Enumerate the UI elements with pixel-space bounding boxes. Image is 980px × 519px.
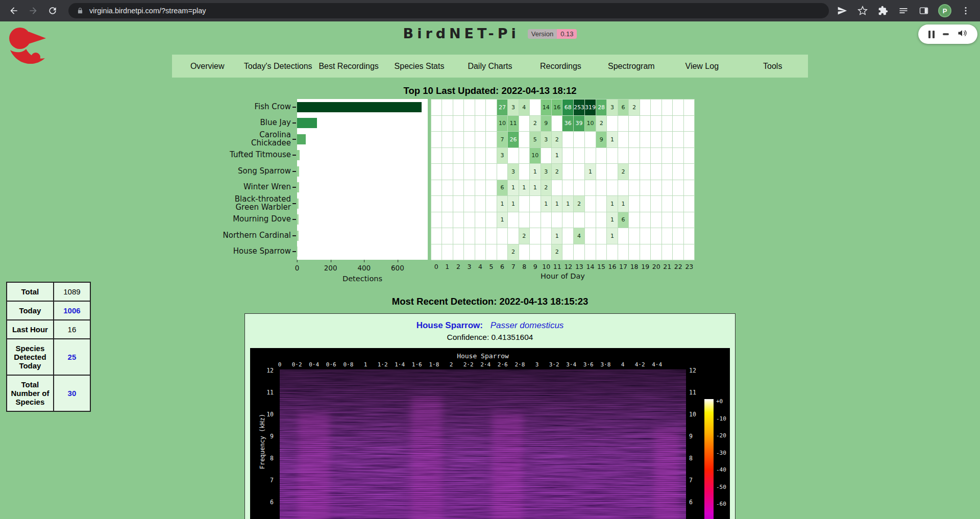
heatmap-cell [475,212,486,229]
heatmap-cell [486,244,497,261]
bar-row [297,228,428,244]
stat-value[interactable]: 25 [54,339,90,375]
toolbar-actions: P [836,4,975,17]
spec-time-tick: 4 [621,361,625,368]
category-tick [291,212,297,228]
nav-item-best-recordings[interactable]: Best Recordings [313,55,384,78]
heatmap-cell [618,148,629,164]
back-icon[interactable] [5,2,22,19]
heatmap-cell [464,228,475,244]
colorbar-tick: -50 [716,483,726,490]
nav-item-view-log[interactable]: View Log [667,55,737,78]
spec-time-tick: 0·6 [326,361,336,368]
menu-kebab-icon[interactable] [960,5,972,17]
heatmap-cell [486,212,497,229]
heatmap-cell [552,212,562,229]
colorbar-tick: -40 [716,466,726,473]
heatmap-cell [662,228,673,244]
heatmap-cell [475,148,486,164]
heatmap-cell: 28 [596,100,607,116]
spec-time-tick: 3·4 [566,361,576,368]
heatmap-cell [552,180,562,196]
bar-axis-tick: 0 [295,264,300,272]
heatmap-cell: 1 [562,196,573,212]
volume-icon[interactable] [957,28,967,40]
heatmap-cell [629,132,640,148]
heatmap-cell [607,164,618,180]
forward-icon[interactable] [24,2,42,19]
heatmap-cell [618,132,629,148]
spec-freq-tick: 9 [689,433,693,440]
spec-time-tick: 2·4 [480,361,491,368]
heatmap-cell [486,100,497,116]
extensions-icon[interactable] [877,5,889,17]
heatmap-cell: 1 [519,180,530,196]
nav-item-daily-charts[interactable]: Daily Charts [455,55,525,78]
heatmap-grid: 2734141668253319283621011293639102726532… [431,99,695,260]
send-icon[interactable] [836,5,848,17]
species-label: Tufted Titmouse [219,147,291,164]
colorbar-tick: +0 [716,398,723,405]
spec-time-tick: 1·2 [378,361,388,368]
bar-row [297,163,428,180]
nav-item-today-s-detections[interactable]: Today's Detections [242,55,313,78]
heatmap-cell [442,164,453,180]
hour-axis-tick: 1 [442,263,453,270]
colorbar-tick: -10 [716,415,726,422]
heatmap-cell [486,132,497,148]
stats-row: Species Detected Today25 [7,339,90,375]
heatmap-cell [508,148,519,164]
stat-value[interactable]: 30 [54,375,90,411]
stat-label: Total [7,282,54,301]
heatmap-cell [684,196,695,212]
bar-axis-tick: 600 [391,264,404,272]
side-panel-icon[interactable] [918,5,930,17]
heatmap-cell [562,180,573,196]
hour-axis-tick: 10 [541,263,552,270]
lock-icon[interactable] [76,6,85,15]
bar-axis-tick: 400 [357,264,371,272]
spec-freq-tick: 11 [689,389,696,396]
heatmap-cell [574,164,585,180]
seek-dash[interactable] [943,33,949,35]
heatmap-cell [464,196,475,212]
nav-item-spectrogram[interactable]: Spectrogram [596,55,667,78]
detection-species-link[interactable]: House Sparrow: [416,320,483,330]
nav-item-tools[interactable]: Tools [738,55,808,78]
hour-axis-tick: 6 [497,263,508,270]
heatmap-cell [651,196,662,212]
stat-value: 16 [54,320,90,339]
hour-axis-tick: 12 [563,263,574,270]
heatmap-cell: 2 [574,196,585,212]
reading-list-icon[interactable] [897,5,910,17]
detection-bar [297,246,298,257]
stat-value[interactable]: 1006 [54,301,90,320]
bookmark-star-icon[interactable] [856,5,869,17]
heatmap-cell [442,244,453,261]
heatmap-cell [442,196,453,212]
heatmap-cell: 1 [618,196,629,212]
heatmap-cell [640,132,651,148]
detection-scientific-name[interactable]: Passer domesticus [491,320,564,330]
heatmap-cell [574,212,585,229]
reload-icon[interactable] [44,2,61,19]
heatmap-cell [640,180,651,196]
spec-time-tick: 2·6 [498,361,508,368]
spec-time-tick: 3·8 [600,361,610,368]
detection-bar [297,118,317,128]
profile-avatar[interactable]: P [938,4,951,17]
nav-item-recordings[interactable]: Recordings [525,55,596,78]
nav-item-species-stats[interactable]: Species Stats [384,55,454,78]
heatmap-cell: 2 [629,100,640,116]
heatmap-cell [662,116,673,132]
heatmap-cell [684,228,695,244]
address-bar[interactable]: virginia.birdnetpi.com/?stream=play [68,3,829,18]
heatmap-cell: 7 [497,132,508,148]
spec-time-tick: 0 [278,361,282,368]
nav-item-overview[interactable]: Overview [172,55,242,78]
spec-freq-tick: 8 [689,455,693,462]
pause-icon[interactable] [928,31,935,38]
spec-time-tick: 1·6 [412,361,422,368]
heatmap-cell [574,148,585,164]
hour-axis: 01234567891011121314151617181920212223 [431,260,695,270]
